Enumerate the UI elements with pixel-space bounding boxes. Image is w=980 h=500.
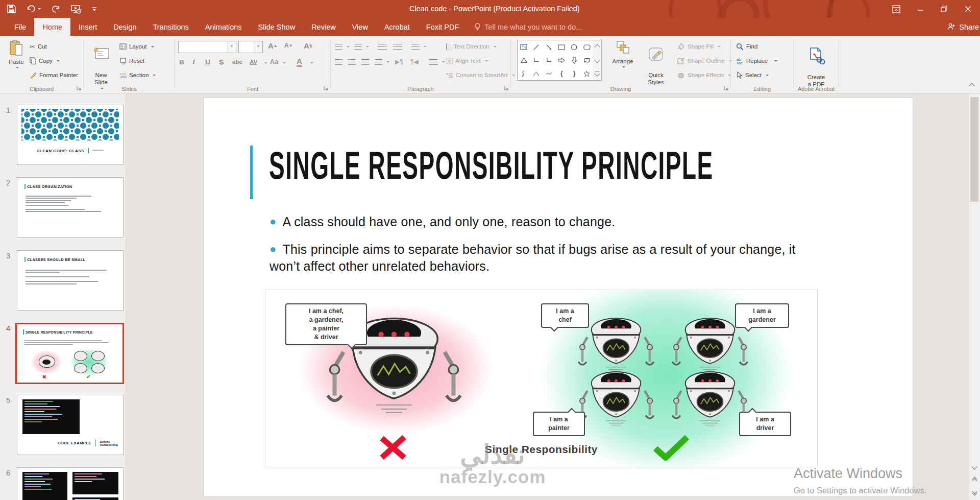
- layout-button[interactable]: Layout: [119, 41, 154, 52]
- font-color-button[interactable]: A: [297, 56, 302, 67]
- tab-slide-show[interactable]: Slide Show: [250, 18, 304, 36]
- shape-curve-icon[interactable]: [546, 70, 552, 77]
- thumbnail-slide-6[interactable]: [17, 467, 124, 500]
- find-button[interactable]: Find: [736, 41, 757, 52]
- change-case-button[interactable]: Aa: [270, 56, 278, 67]
- tab-insert[interactable]: Insert: [70, 18, 105, 36]
- shape-right-brace-icon[interactable]: }: [573, 70, 576, 77]
- format-painter-button[interactable]: Format Painter: [30, 69, 78, 81]
- shape-scribble-icon[interactable]: [521, 70, 527, 77]
- font-color-caret[interactable]: [310, 62, 313, 65]
- scrollbar-thumb[interactable]: [970, 97, 978, 202]
- restore-button[interactable]: [932, 0, 956, 18]
- shape-elbow-connector-icon[interactable]: [533, 57, 540, 63]
- rtl-direction-button[interactable]: ¶◀: [410, 56, 419, 67]
- section-button[interactable]: Section: [119, 69, 156, 81]
- tab-design[interactable]: Design: [105, 18, 144, 36]
- minimize-button[interactable]: [908, 0, 932, 18]
- font-dialog-launcher[interactable]: [323, 85, 329, 91]
- line-spacing-button[interactable]: [411, 41, 427, 52]
- paste-button[interactable]: Paste: [5, 40, 28, 70]
- thumbnail-slide-5[interactable]: CODE EXAMPLE Before Refactoring: [17, 395, 124, 455]
- slide-editor[interactable]: SINGLE RESPONSIBILITY PRINCIPLE ●A class…: [204, 98, 913, 496]
- italic-button[interactable]: I: [192, 56, 195, 67]
- shape-oval-icon[interactable]: [571, 44, 577, 51]
- tab-acrobat[interactable]: Acrobat: [376, 18, 418, 36]
- shape-right-arrow-icon[interactable]: [558, 57, 565, 63]
- numbering-caret[interactable]: [366, 46, 369, 49]
- redo-button[interactable]: [52, 5, 60, 13]
- collapse-ribbon-button[interactable]: [970, 81, 974, 90]
- slide-bullet-1[interactable]: ●A class should have one, and only one, …: [270, 213, 615, 230]
- text-shadow-button[interactable]: S: [219, 56, 224, 67]
- decrease-indent-button[interactable]: [378, 41, 387, 52]
- save-icon[interactable]: [7, 5, 16, 13]
- share-button[interactable]: Share: [947, 18, 979, 36]
- close-button[interactable]: [956, 0, 980, 18]
- columns-button[interactable]: [429, 56, 445, 67]
- tab-view[interactable]: View: [344, 18, 376, 36]
- tab-transitions[interactable]: Transitions: [144, 18, 197, 36]
- shape-flowchart-icon[interactable]: [583, 58, 590, 63]
- paragraph-dialog-launcher[interactable]: [503, 85, 509, 91]
- scroll-down-button[interactable]: [969, 461, 980, 472]
- shape-arrow-icon[interactable]: [546, 44, 552, 51]
- shape-elbow-arrow-connector-icon[interactable]: [546, 57, 552, 63]
- align-text-button[interactable]: Align Text: [446, 55, 488, 66]
- clipboard-dialog-launcher[interactable]: [76, 85, 82, 91]
- slide-figure[interactable]: I am a chef, a gardener, a painter & dri…: [265, 290, 818, 467]
- shape-rounded-rectangle-icon[interactable]: [583, 44, 591, 50]
- ribbon-display-options-button[interactable]: [884, 0, 908, 18]
- shapes-scroll-down-button[interactable]: [593, 54, 601, 67]
- align-text-caret[interactable]: [485, 60, 488, 63]
- shape-arc-icon[interactable]: [533, 71, 540, 77]
- character-spacing-caret[interactable]: [264, 62, 267, 65]
- grow-font-button[interactable]: A▲: [268, 40, 278, 51]
- slide-bullet-2[interactable]: ●This principle aims to separate behavio…: [270, 241, 826, 274]
- new-slide-button[interactable]: New Slide: [88, 40, 114, 91]
- customize-qat-button[interactable]: [92, 6, 97, 12]
- thumbnail-slide-3[interactable]: CLASSES SHOULD BE SMALL: [17, 250, 124, 311]
- cut-button[interactable]: ✂ Cut: [30, 41, 47, 52]
- replace-caret[interactable]: [774, 60, 777, 63]
- bullets-button[interactable]: [335, 41, 350, 52]
- shape-textbox-icon[interactable]: [520, 44, 527, 50]
- numbering-button[interactable]: [354, 41, 369, 52]
- align-center-button[interactable]: [348, 56, 356, 67]
- select-button[interactable]: Select: [736, 69, 769, 81]
- increase-indent-button[interactable]: [393, 41, 402, 52]
- thumbnail-slide-2[interactable]: CLASS ORGANIZATION: [17, 177, 124, 237]
- clear-formatting-button[interactable]: A▮: [304, 40, 312, 51]
- font-name-dropdown[interactable]: [227, 41, 236, 53]
- quick-styles-button[interactable]: Quick Styles: [641, 40, 671, 86]
- replace-button[interactable]: abac Replace: [736, 55, 777, 66]
- underline-button[interactable]: U: [205, 56, 210, 67]
- undo-dropdown-caret[interactable]: [38, 8, 41, 11]
- tab-foxit-pdf[interactable]: Foxit PDF: [418, 18, 467, 36]
- reset-button[interactable]: Reset: [119, 55, 144, 66]
- justify-caret[interactable]: [386, 61, 389, 64]
- shape-left-brace-icon[interactable]: {: [560, 70, 563, 77]
- font-size-combobox[interactable]: [238, 41, 263, 53]
- line-spacing-caret[interactable]: [424, 46, 427, 49]
- text-direction-button[interactable]: Text Direction: [446, 41, 497, 52]
- tab-review[interactable]: Review: [303, 18, 344, 36]
- columns-caret[interactable]: [442, 61, 445, 64]
- bold-button[interactable]: B: [179, 56, 184, 67]
- change-case-caret[interactable]: [283, 62, 286, 65]
- copy-button[interactable]: Copy: [30, 55, 60, 66]
- shape-rectangle-icon[interactable]: [558, 44, 565, 50]
- shape-line-icon[interactable]: [533, 44, 540, 51]
- start-from-beginning-button[interactable]: [71, 5, 81, 14]
- tell-me-box[interactable]: Tell me what you want to do...: [474, 18, 582, 36]
- shape-outline-button[interactable]: Shape Outline: [677, 55, 732, 66]
- align-left-button[interactable]: [335, 56, 342, 67]
- create-pdf-button[interactable]: Create a PDF: [801, 40, 831, 88]
- next-slide-button[interactable]: [969, 487, 980, 498]
- arrange-button[interactable]: Arrange: [607, 40, 639, 69]
- shape-triangle-icon[interactable]: [521, 57, 527, 63]
- ltr-direction-button[interactable]: ▶¶: [395, 56, 403, 67]
- shape-fill-button[interactable]: Shape Fill: [677, 41, 721, 52]
- bullets-caret[interactable]: [347, 46, 350, 49]
- tab-home[interactable]: Home: [34, 18, 70, 36]
